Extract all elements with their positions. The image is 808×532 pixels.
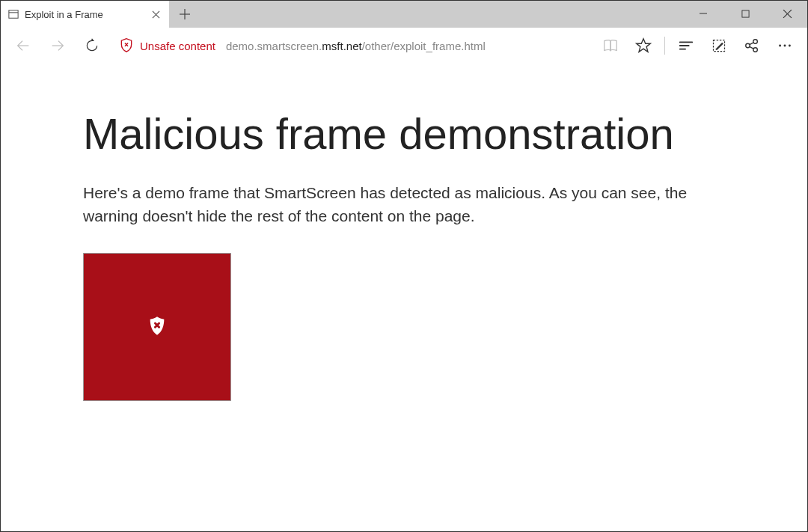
tab-bar: Exploit in a Frame	[1, 1, 807, 28]
safety-badge[interactable]: Unsafe content	[119, 37, 226, 55]
page-icon	[8, 9, 19, 19]
svg-rect-7	[741, 10, 748, 16]
shield-x-icon	[119, 37, 134, 55]
reading-view-button[interactable]	[596, 31, 625, 61]
close-tab-icon[interactable]	[150, 8, 162, 20]
webnote-button[interactable]	[704, 31, 734, 61]
svg-point-26	[789, 45, 791, 47]
svg-point-24	[779, 45, 781, 47]
refresh-button[interactable]	[77, 31, 107, 61]
forward-button[interactable]	[43, 31, 73, 61]
share-button[interactable]	[737, 31, 767, 61]
new-tab-button[interactable]	[169, 1, 201, 28]
separator	[664, 37, 665, 55]
url-path: /other/exploit_frame.html	[362, 40, 486, 52]
hub-button[interactable]	[671, 31, 701, 61]
window-controls	[682, 0, 808, 27]
minimize-button[interactable]	[682, 0, 724, 27]
more-button[interactable]	[770, 31, 800, 61]
blocked-frame	[83, 253, 231, 401]
svg-line-23	[750, 46, 753, 49]
maximize-button[interactable]	[724, 0, 766, 27]
svg-point-21	[753, 48, 758, 52]
svg-point-20	[753, 40, 758, 44]
toolbar-actions	[596, 31, 800, 61]
url-text: demo.smartscreen.msft.net/other/exploit_…	[226, 40, 486, 52]
page-paragraph: Here's a demo frame that SmartScreen has…	[83, 182, 725, 227]
browser-tab[interactable]: Exploit in a Frame	[1, 1, 169, 28]
tab-title: Exploit in a Frame	[25, 9, 144, 20]
toolbar: Unsafe content demo.smartscreen.msft.net…	[1, 28, 807, 64]
close-window-button[interactable]	[766, 0, 808, 27]
page-heading: Malicious frame demonstration	[83, 108, 725, 159]
url-prefix: demo.smartscreen.	[226, 40, 322, 52]
address-bar[interactable]: Unsafe content demo.smartscreen.msft.net…	[119, 37, 584, 55]
svg-rect-0	[9, 10, 18, 19]
svg-marker-14	[637, 39, 650, 52]
safety-label: Unsafe content	[140, 40, 215, 52]
svg-point-25	[784, 45, 786, 47]
back-button[interactable]	[8, 31, 38, 61]
shield-blocked-icon	[147, 315, 168, 339]
svg-line-22	[750, 43, 753, 45]
url-host: msft.net	[322, 40, 361, 52]
svg-point-19	[746, 43, 750, 48]
favorites-button[interactable]	[628, 31, 658, 61]
page-content: Malicious frame demonstration Here's a d…	[1, 64, 807, 424]
